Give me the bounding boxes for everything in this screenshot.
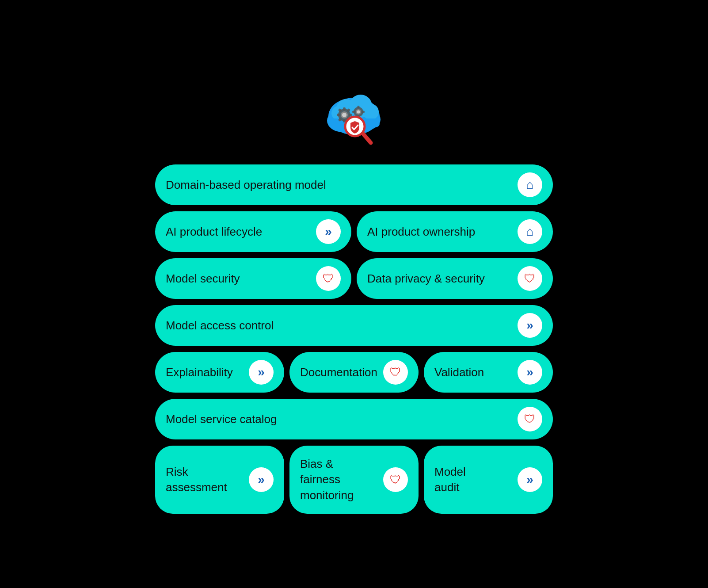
pill-access-control[interactable]: Model access control »	[155, 305, 553, 346]
ownership-label: AI product ownership	[367, 225, 475, 239]
svg-point-26	[357, 111, 360, 114]
shield-icon-data-privacy: 🛡	[518, 266, 542, 291]
pill-data-privacy[interactable]: Data privacy & security 🛡	[357, 258, 553, 299]
row-explain-doc-val: Explainability » Documentation 🛡 Validat…	[155, 352, 553, 393]
svg-rect-22	[358, 106, 360, 108]
svg-rect-24	[362, 111, 365, 113]
row-security: Model security 🛡 Data privacy & security…	[155, 258, 553, 299]
shield-icon-service-catalog: 🛡	[518, 407, 542, 431]
documentation-label: Documentation	[300, 366, 377, 379]
data-privacy-label: Data privacy & security	[367, 272, 485, 286]
chevron-icon-risk: »	[249, 467, 274, 492]
pill-service-catalog[interactable]: Model service catalog 🛡	[155, 399, 553, 439]
pill-validation[interactable]: Validation »	[424, 352, 553, 393]
access-control-label: Model access control	[166, 319, 274, 332]
service-catalog-label: Model service catalog	[166, 412, 277, 426]
svg-rect-11	[343, 107, 346, 111]
explainability-label: Explainability	[166, 366, 233, 379]
svg-point-5	[363, 104, 379, 120]
shield-icon-documentation: 🛡	[383, 360, 408, 385]
chevron-icon-audit: »	[518, 467, 542, 492]
home-icon-ownership: ⌂	[518, 219, 542, 244]
pill-documentation[interactable]: Documentation 🛡	[289, 352, 419, 393]
model-audit-label: Model audit	[434, 464, 466, 495]
pill-model-security[interactable]: Model security 🛡	[155, 258, 351, 299]
risk-assessment-label: Risk assessment	[166, 464, 227, 495]
shield-icon-model-security: 🛡	[316, 266, 341, 291]
svg-point-19	[342, 113, 346, 117]
row-ai-products: AI product lifecycle » AI product owners…	[155, 211, 553, 252]
chevron-icon-lifecycle: »	[316, 219, 341, 244]
pill-risk-assessment[interactable]: Risk assessment »	[155, 446, 284, 513]
validation-label: Validation	[434, 366, 484, 379]
model-security-label: Model security	[166, 272, 240, 286]
domain-label: Domain-based operating model	[166, 178, 326, 192]
row-risk-bias-audit: Risk assessment » Bias & fairness monito…	[155, 446, 553, 513]
shield-icon-bias: 🛡	[383, 467, 408, 492]
svg-rect-13	[349, 114, 352, 116]
top-icon	[319, 83, 389, 154]
home-icon-domain: ⌂	[518, 172, 542, 197]
bias-fairness-label: Bias & fairness monitoring	[300, 456, 354, 503]
pill-lifecycle[interactable]: AI product lifecycle »	[155, 211, 351, 252]
chevron-icon-validation: »	[518, 360, 542, 385]
lifecycle-label: AI product lifecycle	[166, 225, 262, 239]
row-service-catalog: Model service catalog 🛡	[155, 399, 553, 439]
svg-rect-25	[352, 111, 355, 113]
row-domain: Domain-based operating model ⌂	[155, 164, 553, 205]
pill-model-audit[interactable]: Model audit »	[424, 446, 553, 513]
main-container: Domain-based operating model ⌂ AI produc…	[155, 74, 553, 513]
pill-domain[interactable]: Domain-based operating model ⌂	[155, 164, 553, 205]
chevron-icon-access: »	[518, 313, 542, 338]
pill-ownership[interactable]: AI product ownership ⌂	[357, 211, 553, 252]
svg-rect-14	[337, 114, 340, 116]
pill-explainability[interactable]: Explainability »	[155, 352, 284, 393]
pill-bias-fairness[interactable]: Bias & fairness monitoring 🛡	[289, 446, 419, 513]
chevron-icon-explainability: »	[249, 360, 274, 385]
row-access: Model access control »	[155, 305, 553, 346]
